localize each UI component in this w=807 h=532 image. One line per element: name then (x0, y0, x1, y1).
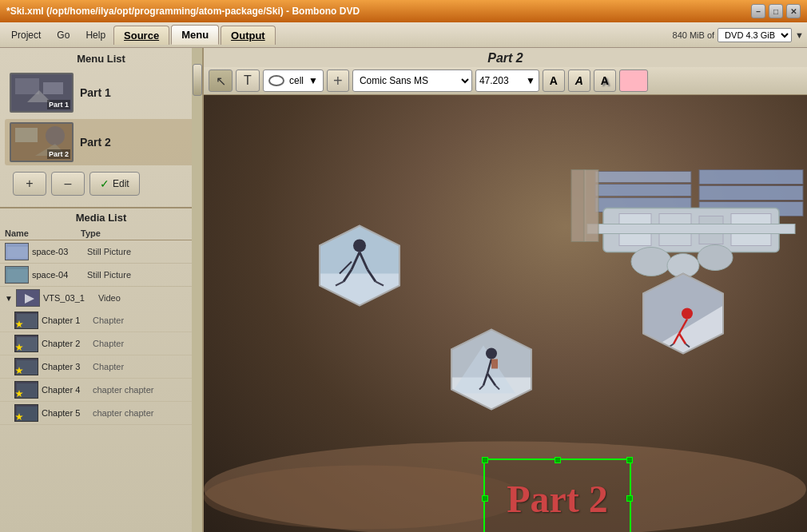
svg-rect-9 (7, 247, 28, 258)
menu-list-item-part1[interactable]: Part 1 Part 1 (5, 69, 197, 116)
font-family-select[interactable]: Comic Sans MS Arial Times New Roman (352, 69, 472, 92)
scrollbar-thumb[interactable] (193, 64, 202, 96)
media-list-title: Media List (0, 208, 202, 227)
italic-button[interactable]: A (568, 69, 590, 92)
menu-thumb-part1: Part 1 (10, 73, 74, 113)
window-controls: – □ ✕ (751, 4, 801, 18)
chapter-row-5[interactable]: Chapter 5 chapter chapter (0, 402, 202, 425)
maximize-button[interactable]: □ (769, 4, 783, 18)
resize-handle-tr[interactable] (626, 457, 633, 463)
media-row-space03[interactable]: space-03 Still Picture (0, 240, 202, 264)
chapter-name-1: Chapter 1 (42, 316, 89, 325)
media-name-space04: space-04 (32, 270, 84, 280)
shape-dropdown-arrow: ▼ (308, 75, 318, 86)
remove-menu-button[interactable]: – (51, 172, 85, 196)
chapter-row-3[interactable]: Chapter 3 Chapter (0, 355, 202, 379)
part2-textbox[interactable]: Part 2 (483, 459, 631, 532)
menu-project[interactable]: Project (3, 26, 49, 44)
media-thumb-space04 (5, 266, 29, 284)
media-type-vts031: Video (98, 293, 197, 303)
part1-thumb-label: Part 1 (47, 100, 70, 109)
minimize-button[interactable]: – (751, 4, 765, 18)
menu-item-name-part2: Part 2 (80, 136, 111, 149)
svg-rect-2 (43, 82, 63, 94)
chapter-type-1: Chapter (93, 316, 124, 325)
bold-button[interactable]: A (543, 69, 565, 92)
chapter-type-2: Chapter (93, 339, 124, 348)
left-scrollbar[interactable] (192, 48, 202, 532)
tab-menu[interactable]: Menu (171, 25, 219, 45)
media-list-content: space-03 Still Picture space-04 Still Pi… (0, 240, 202, 532)
text-tool-icon: T (244, 73, 252, 88)
media-name-space03: space-03 (32, 247, 84, 256)
chapter-thumb-5 (14, 404, 38, 422)
add-menu-button[interactable]: + (13, 172, 46, 196)
menubar: Project Go Help Source Menu Output 840 M… (0, 22, 807, 48)
menu-help[interactable]: Help (78, 26, 113, 44)
chapter-thumb-3 (14, 358, 38, 375)
part2-text: Part 2 (507, 477, 608, 521)
menu-thumb-part2: Part 2 (10, 122, 74, 162)
chapter-name-2: Chapter 2 (42, 339, 89, 348)
chapter-row-4[interactable]: Chapter 4 chapter chapter (0, 379, 202, 402)
svg-rect-11 (7, 269, 28, 282)
right-panel: Part 2 ↖ T cell ▼ + Comic Sans MS Arial … (204, 48, 807, 532)
chapter-name-5: Chapter 5 (42, 408, 89, 418)
chapter-row-2[interactable]: Chapter 2 Chapter (0, 332, 202, 355)
storage-arrow: ▼ (795, 30, 804, 40)
storage-info: 840 MiB of DVD 4.3 GiB DVD 8.5 GiB ▼ (673, 28, 804, 42)
chapter-type-4: chapter chapter (93, 385, 153, 395)
svg-rect-1 (15, 78, 39, 94)
tab-output[interactable]: Output (221, 26, 276, 45)
media-type-space03: Still Picture (87, 247, 197, 256)
menu-list-section: Menu List Part 1 Part 1 (0, 48, 202, 207)
resize-handle-ml[interactable] (482, 495, 488, 502)
chapter-type-3: Chapter (93, 362, 124, 371)
chapter-parent-vts031[interactable]: ▼ VTS_03_1 Video (0, 287, 202, 309)
media-thumb-vts031 (16, 289, 40, 307)
shape-label: cell (286, 75, 307, 86)
left-panel: Menu List Part 1 Part 1 (0, 48, 204, 532)
col-header-name: Name (5, 228, 81, 238)
resize-handle-mr[interactable] (626, 495, 633, 502)
media-row-space04[interactable]: space-04 Still Picture (0, 264, 202, 287)
canvas-area: Part 2 (204, 95, 807, 532)
storage-select[interactable]: DVD 4.3 GiB DVD 8.5 GiB (718, 28, 792, 42)
close-button[interactable]: ✕ (786, 4, 801, 18)
menu-list-title: Menu List (5, 53, 197, 65)
chapter-thumb-2 (14, 335, 38, 352)
text-tool-button[interactable]: T (236, 69, 260, 92)
menu-list-item-part2[interactable]: Part 2 Part 2 (5, 119, 197, 165)
resize-handle-tl[interactable] (482, 457, 488, 463)
canvas-title: Part 2 (204, 48, 807, 67)
menu-item-name-part1: Part 1 (80, 86, 111, 99)
svg-point-6 (46, 126, 65, 145)
edit-menu-button[interactable]: ✓ Edit (89, 172, 140, 196)
resize-handle-tc[interactable] (555, 457, 561, 463)
toolbar: ↖ T cell ▼ + Comic Sans MS Arial Times N… (204, 67, 807, 95)
expand-arrow: ▼ (5, 294, 13, 303)
font-size-value: 47.203 (479, 75, 526, 86)
chapter-name-3: Chapter 3 (42, 362, 89, 371)
chapter-row-1[interactable]: Chapter 1 Chapter (0, 309, 202, 332)
list-buttons: + – ✓ Edit (5, 169, 197, 199)
chapter-type-5: chapter chapter (93, 408, 153, 418)
color-swatch[interactable] (619, 69, 648, 92)
add-element-button[interactable]: + (327, 69, 349, 92)
tab-source[interactable]: Source (113, 26, 169, 45)
edit-label: Edit (113, 178, 129, 189)
shadow-button[interactable]: A (594, 69, 616, 92)
cursor-tool-button[interactable]: ↖ (209, 69, 233, 92)
media-list-header: Name Type (0, 227, 202, 240)
media-name-vts031: VTS_03_1 (43, 293, 95, 303)
main-area: Menu List Part 1 Part 1 (0, 48, 807, 532)
chapter-name-4: Chapter 4 (42, 385, 89, 395)
chapter-thumb-1 (14, 312, 38, 329)
shape-selector[interactable]: cell ▼ (263, 69, 324, 92)
col-header-type: Type (81, 228, 197, 238)
shape-oval-icon (268, 75, 284, 86)
media-thumb-space03 (5, 243, 29, 260)
menu-go[interactable]: Go (49, 26, 78, 44)
svg-rect-5 (15, 128, 38, 142)
check-icon: ✓ (100, 177, 109, 190)
